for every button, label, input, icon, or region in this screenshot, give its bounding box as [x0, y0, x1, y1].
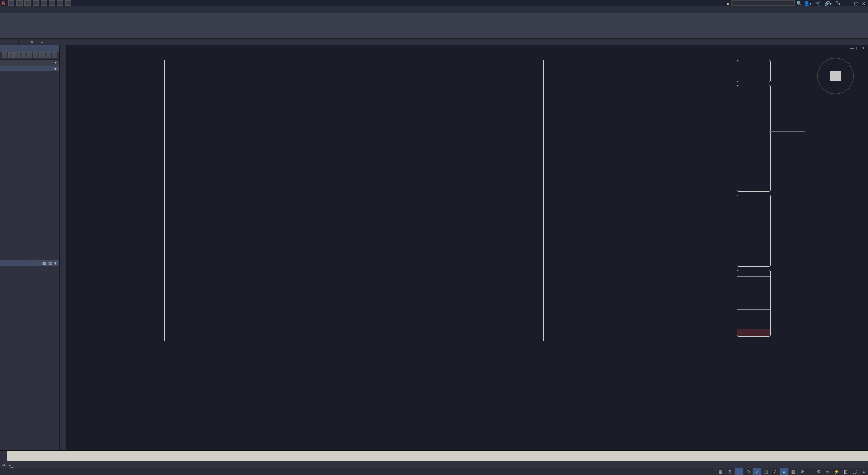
pm-prev-icon[interactable]: [27, 52, 33, 58]
pm-opts-icon[interactable]: [46, 52, 51, 58]
viewport-controls: — ▢ ✕: [67, 45, 868, 52]
grid-toggle-icon[interactable]: ▦: [716, 468, 725, 475]
doc-tab-start[interactable]: [0, 39, 19, 45]
osnap-toggle-icon[interactable]: ◻: [761, 468, 770, 475]
chevron-down-icon: ▾: [54, 261, 57, 266]
ribbon: [0, 13, 868, 39]
title-bar: A ▸ 🔍 👤▾ 🛒 🔗▾ ?▾ — ▢ ✕: [0, 0, 868, 6]
qat-open-icon[interactable]: [16, 0, 23, 6]
pm-next-icon[interactable]: [33, 52, 38, 58]
help-icon[interactable]: ?▾: [835, 1, 840, 6]
wcs-badge[interactable]: [846, 100, 851, 100]
palette-side-tabs: [60, 45, 67, 450]
details-thumb-icon[interactable]: ▤: [48, 261, 52, 266]
search-chevron-icon[interactable]: ▸: [727, 1, 730, 6]
drawing-sheet-border: [164, 60, 544, 341]
isolate-icon[interactable]: ◧: [841, 468, 850, 475]
search-input[interactable]: [731, 0, 795, 6]
title-block-table: [737, 270, 771, 337]
status-bar: ▦ ⊞ ∟ ⊙ ⟀ ◻ ∠ ≡ ▨ ⟳ ⚙ ▭ ⚡ ◧ ⛶ ≡: [0, 468, 868, 475]
app-title: [71, 1, 727, 6]
infocenter-search: ▸ 🔍 👤▾: [727, 0, 811, 6]
project-manager-panel: ▾ ▾ • • • • • ▦▤▾: [0, 45, 60, 450]
chevron-down-icon: ▾: [54, 66, 57, 71]
hardware-accel-icon[interactable]: ⚡: [832, 468, 841, 475]
project-combo[interactable]: ▾: [0, 60, 59, 66]
isodraft-toggle-icon[interactable]: ⟀: [752, 468, 761, 475]
window-controls: — ▢ ✕: [846, 1, 865, 6]
title-block-logo-box: [737, 60, 771, 82]
signin-icon[interactable]: 👤▾: [804, 1, 811, 6]
projects-section-header[interactable]: ▾: [0, 66, 59, 71]
ortho-toggle-icon[interactable]: ∟: [734, 468, 743, 475]
autodesk-watermark: [737, 195, 771, 267]
maximize-icon[interactable]: ▢: [854, 1, 858, 6]
cycling-toggle-icon[interactable]: ⟳: [797, 468, 807, 475]
project-tree: [0, 71, 59, 257]
command-input-row: ✕ ▸_: [0, 461, 868, 469]
cmd-prompt-icon[interactable]: ▸_: [7, 463, 14, 468]
qat-saveall-icon[interactable]: [33, 0, 39, 6]
snap-toggle-icon[interactable]: ⊞: [725, 468, 734, 475]
drawing-canvas[interactable]: — ▢ ✕: [67, 45, 868, 450]
command-input[interactable]: [14, 463, 868, 468]
chevron-down-icon: ▾: [55, 61, 57, 65]
document-tabs: ✕ ＋: [0, 39, 868, 45]
project-manager-toolbar: [0, 52, 59, 60]
viewcube[interactable]: [817, 58, 854, 94]
close-icon[interactable]: ✕: [30, 40, 34, 44]
main-area: ▾ ▾ • • • • • ▦▤▾ — ▢ ✕: [0, 45, 868, 450]
title-block-mid-box: [737, 85, 771, 192]
qat-more-icon[interactable]: [65, 0, 71, 6]
workspace-switch-icon[interactable]: ⚙: [814, 468, 823, 475]
autodesk-logo-icon[interactable]: A: [0, 0, 6, 6]
transparency-toggle-icon[interactable]: ▨: [788, 468, 797, 475]
pm-task-icon[interactable]: [21, 52, 26, 58]
cmd-close-icon[interactable]: ✕: [0, 461, 7, 469]
qat-undo-icon[interactable]: [49, 0, 55, 6]
crosshair-cursor-icon: [769, 118, 805, 145]
details-list-icon[interactable]: ▦: [42, 261, 47, 266]
track-toggle-icon[interactable]: ∠: [770, 468, 779, 475]
close-icon[interactable]: ✕: [862, 1, 865, 6]
customize-icon[interactable]: ≡: [859, 468, 868, 475]
monitor-icon[interactable]: ▭: [823, 468, 832, 475]
add-tab-button[interactable]: ＋: [37, 39, 46, 45]
app-link-icon[interactable]: 🔗▾: [824, 1, 832, 6]
clean-screen-icon[interactable]: ⛶: [850, 468, 859, 475]
side-tab-location-view[interactable]: [60, 63, 66, 81]
search-icon[interactable]: 🔍: [797, 1, 802, 6]
details-section-header[interactable]: ▦▤▾: [0, 260, 59, 266]
ribbon-tabs: [0, 6, 868, 13]
qat-redo-icon[interactable]: [57, 0, 63, 6]
pm-pub-icon[interactable]: [39, 52, 45, 58]
command-line: ✕ ▸_: [0, 450, 868, 468]
doc-tab-electrical[interactable]: ✕: [19, 39, 37, 45]
qat-save-icon[interactable]: [24, 0, 31, 6]
qat-plot-icon[interactable]: [41, 0, 47, 6]
qat-new-icon[interactable]: [8, 0, 14, 6]
polar-toggle-icon[interactable]: ⊙: [743, 468, 752, 475]
pm-help-icon[interactable]: [52, 52, 57, 58]
side-tab-projects[interactable]: [60, 45, 66, 63]
title-help-group: 🛒 🔗▾ ?▾: [815, 1, 840, 6]
viewcube-face[interactable]: [830, 71, 841, 81]
pm-refresh-icon[interactable]: [14, 52, 20, 58]
project-manager-title: [0, 45, 59, 52]
doc-maximize-icon[interactable]: ▢: [856, 46, 860, 51]
quick-access-toolbar: [8, 0, 71, 6]
pm-open-icon[interactable]: [8, 52, 14, 58]
command-history: [7, 451, 868, 461]
app-exchange-icon[interactable]: 🛒: [815, 1, 821, 6]
details-body: [0, 266, 59, 451]
pm-new-icon[interactable]: [2, 52, 7, 58]
doc-close-icon[interactable]: ✕: [862, 46, 865, 51]
minimize-icon[interactable]: —: [846, 1, 850, 6]
title-block: [737, 60, 771, 341]
doc-minimize-icon[interactable]: —: [850, 46, 854, 51]
lineweight-toggle-icon[interactable]: ≡: [779, 468, 788, 475]
